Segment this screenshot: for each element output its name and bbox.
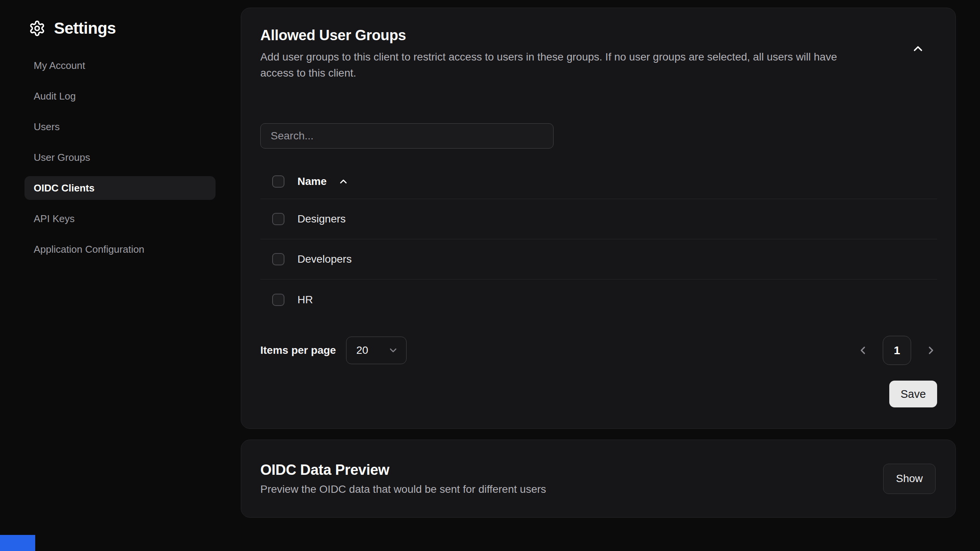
save-button[interactable]: Save: [889, 381, 937, 407]
chevron-up-icon: [911, 42, 925, 56]
settings-gear-icon: [29, 20, 46, 37]
table-row: HR: [260, 280, 937, 320]
bottom-left-blue-fragment: [0, 535, 35, 551]
sidebar-item-my-account[interactable]: My Account: [24, 54, 216, 77]
sidebar-item-oidc-clients[interactable]: OIDC Clients: [24, 176, 216, 200]
settings-sidebar: Settings My Account Audit Log Users User…: [0, 0, 241, 551]
sidebar-item-label: OIDC Clients: [34, 182, 95, 194]
group-name: HR: [297, 294, 313, 306]
allowed-user-groups-card: Allowed User Groups Add user groups to t…: [241, 8, 956, 429]
sidebar-item-label: User Groups: [34, 152, 90, 164]
card-head-text: Allowed User Groups Add user groups to t…: [260, 27, 869, 81]
group-name: Developers: [297, 253, 352, 265]
sidebar-item-label: My Account: [34, 60, 85, 72]
row-checkbox-developers[interactable]: [272, 253, 284, 265]
items-per-page-value: 20: [356, 344, 368, 356]
oidc-data-preview-card: OIDC Data Preview Preview the OIDC data …: [241, 440, 956, 518]
sidebar-item-application-configuration[interactable]: Application Configuration: [24, 237, 216, 261]
sidebar-item-user-groups[interactable]: User Groups: [24, 146, 216, 169]
sidebar-item-audit-log[interactable]: Audit Log: [24, 84, 216, 108]
sidebar-item-label: Users: [34, 121, 60, 133]
column-header-name[interactable]: Name: [297, 175, 327, 188]
pagination: 1: [857, 336, 937, 365]
sidebar-item-api-keys[interactable]: API Keys: [24, 207, 216, 231]
table-footer: Items per page 20 1: [260, 337, 937, 364]
group-name: Designers: [297, 213, 346, 225]
chevron-right-icon: [925, 344, 937, 356]
table-row: Designers: [260, 199, 937, 239]
search-input[interactable]: [260, 123, 554, 149]
user-groups-table: Name Designers Developers: [260, 164, 937, 320]
select-all-checkbox[interactable]: [272, 175, 284, 188]
sidebar-item-label: Application Configuration: [34, 244, 144, 255]
sidebar-nav: My Account Audit Log Users User Groups O…: [24, 54, 241, 268]
items-per-page-select[interactable]: 20: [346, 337, 407, 364]
previous-page-button[interactable]: [857, 344, 869, 356]
collapse-section-button[interactable]: [911, 42, 925, 57]
page-number-button[interactable]: 1: [883, 336, 911, 365]
card-description: Add user groups to this client to restri…: [260, 49, 869, 81]
table-row: Developers: [260, 239, 937, 280]
table-header-row: Name: [260, 164, 937, 199]
card-title: OIDC Data Preview: [260, 462, 546, 478]
chevron-left-icon: [857, 344, 869, 356]
sidebar-item-label: API Keys: [34, 213, 75, 225]
chevron-down-icon: [388, 345, 399, 356]
sidebar-title: Settings: [54, 19, 116, 38]
show-button[interactable]: Show: [883, 464, 936, 494]
main-content: Allowed User Groups Add user groups to t…: [241, 0, 980, 551]
row-checkbox-hr[interactable]: [272, 294, 284, 306]
card-description: Preview the OIDC data that would be sent…: [260, 483, 546, 495]
items-per-page-label: Items per page: [260, 344, 336, 356]
sort-ascending-icon[interactable]: [338, 176, 349, 187]
card-head-text: OIDC Data Preview Preview the OIDC data …: [260, 462, 546, 495]
sidebar-item-users[interactable]: Users: [24, 115, 216, 139]
card-title: Allowed User Groups: [260, 27, 869, 44]
next-page-button[interactable]: [925, 344, 937, 356]
row-checkbox-designers[interactable]: [272, 213, 284, 225]
sidebar-item-label: Audit Log: [34, 90, 76, 102]
sidebar-header: Settings: [24, 19, 241, 38]
